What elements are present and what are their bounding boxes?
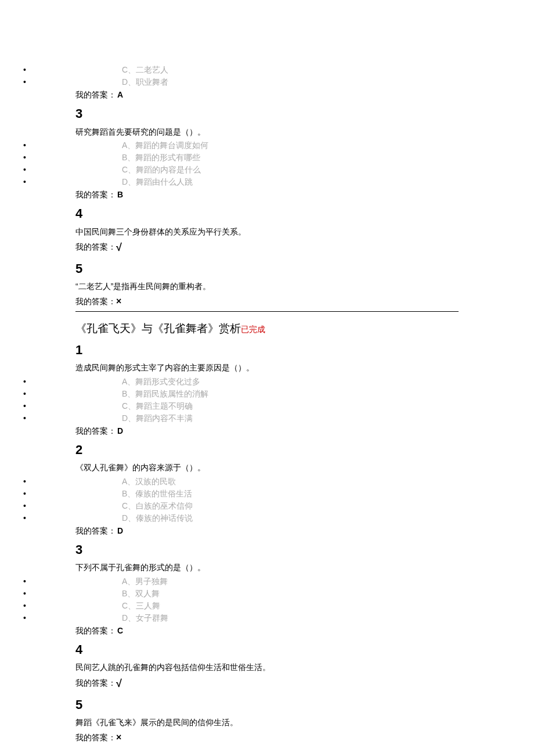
answer-line: 我的答案：×: [75, 730, 459, 745]
question-number: 2: [75, 440, 459, 460]
option-item: B、双人舞: [75, 588, 459, 600]
option-list: C、二老艺人 D、职业舞者: [75, 64, 459, 88]
option-item: D、女子群舞: [75, 612, 459, 624]
answer-label: 我的答案：: [75, 190, 116, 199]
section-status: 已完成: [241, 325, 265, 334]
question-number: 3: [75, 103, 459, 124]
answer-label: 我的答案：: [75, 90, 116, 99]
option-item: A、男子独舞: [75, 575, 459, 588]
option-list: A、汉族的民歌 B、傣族的世俗生活 C、白族的巫术信仰 D、傣族的神话传说: [75, 476, 459, 524]
answer-line: 我的答案：A: [75, 88, 459, 101]
question-text: 舞蹈《孔雀飞来》展示的是民间的信仰生活。: [75, 716, 459, 729]
answer-line: 我的答案：D: [75, 424, 459, 437]
answer-label: 我的答案：: [75, 526, 116, 535]
question-number: 4: [75, 639, 459, 660]
option-item: C、舞蹈主题不明确: [75, 400, 459, 412]
option-item: B、舞蹈民族属性的消解: [75, 388, 459, 400]
answer-label: 我的答案：: [75, 733, 116, 742]
option-item: B、舞蹈的形式有哪些: [75, 152, 459, 164]
question-text: 造成民间舞的形式主宰了内容的主要原因是（）。: [75, 361, 459, 374]
section-title-text: 《孔雀飞天》与《孔雀舞者》赏析: [75, 322, 241, 334]
option-item: D、傣族的神话传说: [75, 512, 459, 524]
question-number: 5: [75, 258, 459, 279]
answer-value: B: [117, 190, 123, 199]
option-item: C、三人舞: [75, 600, 459, 612]
answer-value: √: [116, 678, 122, 689]
option-item: A、汉族的民歌: [75, 476, 459, 488]
answer-value: C: [117, 626, 123, 635]
option-item: D、舞蹈由什么人跳: [75, 176, 459, 188]
answer-value: ×: [116, 296, 121, 306]
question-number: 5: [75, 694, 459, 715]
answer-value: A: [117, 90, 123, 99]
answer-label: 我的答案：: [75, 678, 116, 687]
option-item: D、舞蹈内容不丰满: [75, 412, 459, 424]
answer-value: D: [117, 426, 123, 435]
answer-line: 我的答案：B: [75, 188, 459, 201]
option-item: A、舞蹈形式变化过多: [75, 376, 459, 388]
question-text: 中国民间舞三个身份群体的关系应为平行关系。: [75, 225, 459, 238]
question-text: 研究舞蹈首先要研究的问题是（）。: [75, 125, 459, 138]
answer-label: 我的答案：: [75, 426, 116, 435]
section-divider: [75, 311, 459, 312]
question-text: “二老艺人”是指再生民间舞的重构者。: [75, 280, 459, 293]
answer-line: 我的答案：C: [75, 624, 459, 637]
question-number: 4: [75, 203, 459, 224]
option-item: C、二老艺人: [75, 64, 459, 76]
question-text: 《双人孔雀舞》的内容来源于（）。: [75, 461, 459, 474]
option-item: B、傣族的世俗生活: [75, 488, 459, 500]
answer-label: 我的答案：: [75, 297, 116, 306]
option-list: A、男子独舞 B、双人舞 C、三人舞 D、女子群舞: [75, 575, 459, 624]
option-list: A、舞蹈的舞台调度如何 B、舞蹈的形式有哪些 C、舞蹈的内容是什么 D、舞蹈由什…: [75, 139, 459, 188]
answer-line: 我的答案：√: [75, 675, 459, 692]
answer-line: 我的答案：×: [75, 294, 459, 309]
answer-value: ×: [116, 732, 121, 742]
option-item: C、白族的巫术信仰: [75, 500, 459, 512]
answer-value: D: [117, 526, 123, 535]
option-item: A、舞蹈的舞台调度如何: [75, 139, 459, 152]
answer-line: 我的答案：D: [75, 524, 459, 537]
question-text: 下列不属于孔雀舞的形式的是（）。: [75, 561, 459, 574]
answer-value: √: [116, 242, 122, 253]
question-text: 民间艺人跳的孔雀舞的内容包括信仰生活和世俗生活。: [75, 661, 459, 674]
question-number: 3: [75, 539, 459, 560]
option-list: A、舞蹈形式变化过多 B、舞蹈民族属性的消解 C、舞蹈主题不明确 D、舞蹈内容不…: [75, 376, 459, 424]
option-item: D、职业舞者: [75, 76, 459, 88]
answer-label: 我的答案：: [75, 242, 116, 251]
question-number: 1: [75, 340, 459, 360]
answer-line: 我的答案：√: [75, 239, 459, 256]
answer-label: 我的答案：: [75, 626, 116, 635]
section-title: 《孔雀飞天》与《孔雀舞者》赏析已完成: [75, 320, 459, 337]
option-item: C、舞蹈的内容是什么: [75, 164, 459, 176]
